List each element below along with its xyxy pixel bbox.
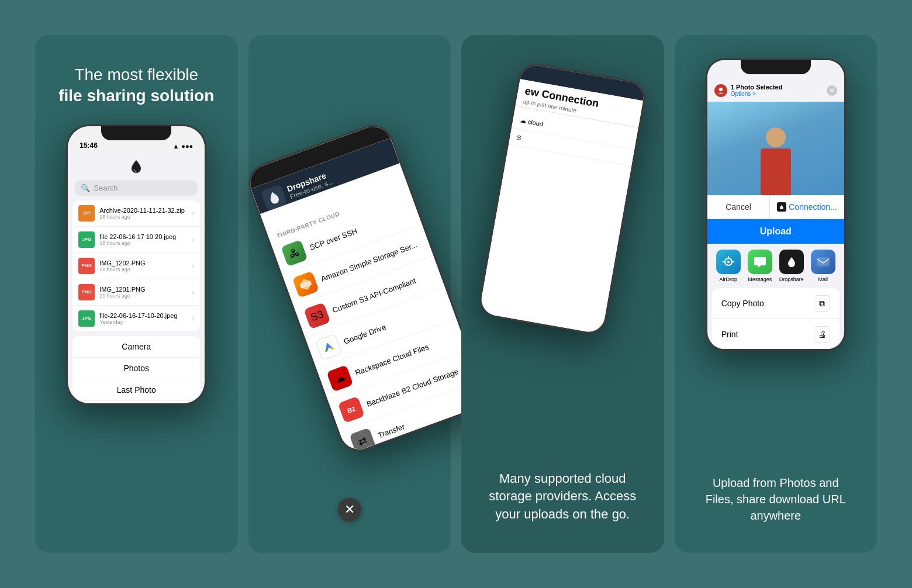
scp-icon: 🖧 <box>281 240 308 267</box>
photo-selected-label: 1 Photo Selected <box>731 84 783 91</box>
options-label[interactable]: Options > <box>731 91 783 97</box>
last-photo-item[interactable]: Last Photo <box>72 379 200 401</box>
chevron-icon: › <box>192 236 194 244</box>
phone-notch <box>101 126 171 140</box>
phone-screen-1: 15:46 ▲ ●●● 🔍 Sea <box>68 126 205 403</box>
file-name: IMG_1201.PNG <box>99 286 187 293</box>
copy-photo-btn[interactable]: Copy Photo ⧉ <box>712 288 840 319</box>
card-upload-photos: 1 Photo Selected Options > ✕ <box>675 35 878 553</box>
chevron-icon: › <box>192 288 194 296</box>
person-figure <box>761 127 791 195</box>
file-info: file-22-06-16-17-10-20.jpeg Yesterday <box>99 312 187 325</box>
action-buttons-row: Cancel Connection... <box>707 195 844 219</box>
card-flexible-sharing: The most flexible file sharing solution … <box>35 35 238 553</box>
connection-icon <box>777 202 786 212</box>
gdrive-icon <box>315 334 342 361</box>
conn-screen-2: ew Connection ap in just one minute ☁ cl… <box>479 63 646 335</box>
svg-rect-10 <box>817 258 829 266</box>
file-item[interactable]: PNG IMG_1202.PNG 18 hours ago › <box>72 253 200 279</box>
phone-tilted-3: ew Connection ap in just one minute ☁ cl… <box>477 61 648 337</box>
files-item[interactable]: Files <box>72 401 200 403</box>
airdrop-label: AirDrop <box>719 276 737 282</box>
mail-app[interactable]: Mail <box>811 250 835 282</box>
copy-photo-label: Copy Photo <box>721 299 764 308</box>
card4-text: Upload from Photos and Files, share down… <box>686 465 866 535</box>
print-label: Print <box>721 330 738 339</box>
camera-item[interactable]: Camera <box>72 336 200 358</box>
person-head <box>766 127 786 147</box>
app-header <box>68 152 205 178</box>
wifi-icon: ▲ <box>172 143 179 150</box>
chevron-icon: › <box>192 209 194 217</box>
svg-point-7 <box>719 88 723 91</box>
photo-selected-text: 1 Photo Selected Options > <box>731 84 783 97</box>
card3-text: Many supported cloud storage providers. … <box>473 458 652 535</box>
print-btn[interactable]: Print 🖨 <box>712 319 840 349</box>
dropshare-share-label: Dropshare <box>779 276 804 282</box>
camera-section: Camera Photos Last Photo Files <box>72 336 200 403</box>
phone-4: 1 Photo Selected Options > ✕ <box>706 58 846 351</box>
file-name: file-22-06-16-17-10-20.jpeg <box>99 312 187 319</box>
connection-btn-label: Connection... <box>789 202 837 212</box>
png-icon: PNG <box>78 258 95 274</box>
person-body <box>761 148 791 195</box>
airdrop-icon <box>716 250 741 274</box>
file-item[interactable]: PNG IMG_1201.PNG 21 hours ago › <box>72 279 200 306</box>
dropshare-app-share[interactable]: Dropshare <box>779 250 804 282</box>
file-info: IMG_1202.PNG 18 hours ago <box>99 260 187 272</box>
svg-point-9 <box>727 261 730 263</box>
file-time: 18 hours ago <box>99 214 187 220</box>
file-name: Archive-2020-11-11-21-32.zip <box>99 207 187 214</box>
dropshare-share-icon <box>779 250 804 274</box>
rackspace-icon: ☁ <box>326 365 353 392</box>
file-name: IMG_1202.PNG <box>99 260 187 267</box>
photos-item[interactable]: Photos <box>72 358 200 379</box>
card-cloud-providers: ew Connection ap in just one minute ☁ cl… <box>461 35 664 553</box>
card3-description: Many supported cloud storage providers. … <box>489 471 636 522</box>
aws-icon <box>292 271 319 298</box>
photo-preview <box>707 102 844 195</box>
file-item[interactable]: ZIP Archive-2020-11-11-21-32.zip 18 hour… <box>72 200 200 227</box>
file-time: 18 hours ago <box>99 240 187 246</box>
search-bar[interactable]: 🔍 Search <box>75 180 198 196</box>
mail-icon <box>811 250 835 274</box>
photo-selected-row: 1 Photo Selected Options > ✕ <box>714 84 837 97</box>
phone-notch-4 <box>741 60 811 74</box>
cancel-button[interactable]: Cancel <box>707 195 771 219</box>
connection-button[interactable]: Connection... <box>770 195 844 219</box>
file-info: file 22-06-16 17 10 20.jpeg 18 hours ago <box>99 233 187 246</box>
dropshare-logo <box>127 157 146 175</box>
file-time: 18 hours ago <box>99 267 187 272</box>
card-connections: Dropshare Free-to-use, s... Import From … <box>248 35 451 553</box>
upload-button[interactable]: Upload <box>707 219 844 244</box>
phone-mockup-4: 1 Photo Selected Options > ✕ <box>706 58 846 351</box>
file-time: 21 hours ago <box>99 293 187 299</box>
mail-label: Mail <box>818 276 828 282</box>
messages-icon <box>748 250 772 274</box>
headline-line1: The most flexible <box>74 65 198 84</box>
status-time: 15:46 <box>80 141 98 150</box>
phone-tilted-2: Dropshare Free-to-use, s... Import From … <box>243 119 489 457</box>
jpg-icon: JPG <box>78 231 95 248</box>
close-button[interactable]: ✕ <box>338 498 361 521</box>
transfer-icon: ⇄ <box>349 427 376 454</box>
file-time: Yesterday <box>99 319 187 325</box>
chevron-icon: › <box>192 314 194 323</box>
phone-screen-4: 1 Photo Selected Options > ✕ <box>707 60 844 349</box>
jpg-icon: JPG <box>78 310 95 327</box>
airdrop-app[interactable]: AirDrop <box>716 250 741 282</box>
close-photo-btn[interactable]: ✕ <box>827 85 837 96</box>
chevron-icon: › <box>192 262 194 270</box>
file-name: file 22-06-16 17 10 20.jpeg <box>99 233 187 240</box>
file-item[interactable]: JPG file-22-06-16-17-10-20.jpeg Yesterda… <box>72 306 200 331</box>
signal-icon: ●●● <box>181 143 193 150</box>
main-container: The most flexible file sharing solution … <box>0 0 912 588</box>
messages-label: Messages <box>748 276 772 282</box>
file-item[interactable]: JPG file 22-06-16 17 10 20.jpeg 18 hours… <box>72 227 200 253</box>
file-info: Archive-2020-11-11-21-32.zip 18 hours ag… <box>99 207 187 220</box>
share-apps-row: AirDrop Messages <box>707 244 844 288</box>
copy-icon: ⧉ <box>814 295 830 312</box>
messages-app[interactable]: Messages <box>748 250 772 282</box>
share-actions: Copy Photo ⧉ Print 🖨 <box>712 288 840 349</box>
b2-icon: B2 <box>338 396 365 423</box>
